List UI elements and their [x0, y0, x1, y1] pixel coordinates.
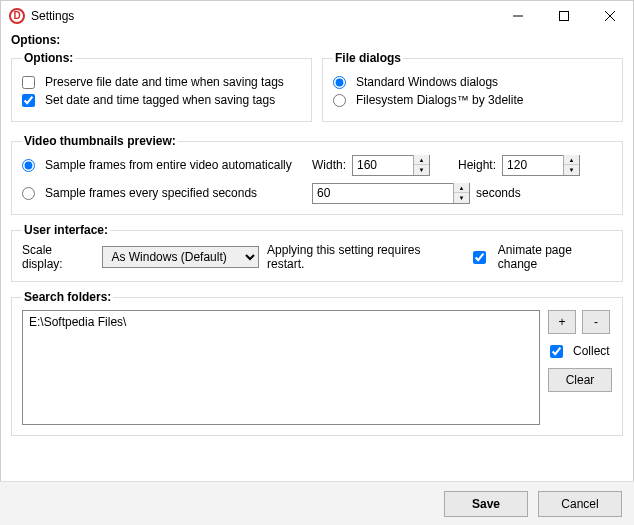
standard-dialogs-label[interactable]: Standard Windows dialogs [356, 75, 498, 89]
user-interface-legend: User interface: [22, 223, 110, 237]
options-group: Options: Preserve file date and time whe… [11, 51, 312, 122]
sample-seconds-label[interactable]: Sample frames every specified seconds [45, 186, 257, 200]
seconds-unit-label: seconds [476, 186, 521, 200]
options-heading: Options: [11, 33, 623, 47]
search-folders-legend: Search folders: [22, 290, 113, 304]
width-spinner[interactable]: ▲▼ [352, 155, 430, 176]
seconds-input[interactable] [313, 184, 453, 203]
user-interface-group: User interface: Scale display: As Window… [11, 223, 623, 282]
remove-folder-button[interactable]: - [582, 310, 610, 334]
seconds-spinner[interactable]: ▲▼ [312, 183, 470, 204]
preserve-date-checkbox[interactable] [22, 76, 35, 89]
animate-checkbox[interactable] [473, 251, 486, 264]
file-dialogs-legend: File dialogs [333, 51, 403, 65]
sample-auto-label[interactable]: Sample frames from entire video automati… [45, 158, 292, 172]
animate-label[interactable]: Animate page change [498, 243, 612, 271]
height-input[interactable] [503, 156, 563, 175]
standard-dialogs-radio[interactable] [333, 76, 346, 89]
height-label: Height: [458, 158, 496, 172]
height-down-icon[interactable]: ▼ [564, 165, 579, 175]
footer: Save Cancel [0, 481, 634, 525]
cancel-button[interactable]: Cancel [538, 491, 622, 517]
restart-note: Applying this setting requires restart. [267, 243, 457, 271]
video-thumbnails-group: Video thumbnails preview: Sample frames … [11, 134, 623, 215]
video-thumbnails-legend: Video thumbnails preview: [22, 134, 178, 148]
set-date-checkbox[interactable] [22, 94, 35, 107]
maximize-button[interactable] [541, 1, 587, 31]
filesystem-dialogs-label[interactable]: Filesystem Dialogs™ by 3delite [356, 93, 523, 107]
width-label: Width: [312, 158, 346, 172]
list-item[interactable]: E:\Softpedia Files\ [29, 315, 533, 329]
add-folder-button[interactable]: + [548, 310, 576, 334]
width-down-icon[interactable]: ▼ [414, 165, 429, 175]
sample-seconds-radio[interactable] [22, 187, 35, 200]
search-folders-group: Search folders: E:\Softpedia Files\ + - … [11, 290, 623, 436]
seconds-down-icon[interactable]: ▼ [454, 193, 469, 203]
scale-display-select[interactable]: As Windows (Default) [102, 246, 259, 268]
close-button[interactable] [587, 1, 633, 31]
collect-checkbox[interactable] [550, 345, 563, 358]
height-spinner[interactable]: ▲▼ [502, 155, 580, 176]
minimize-button[interactable] [495, 1, 541, 31]
width-input[interactable] [353, 156, 413, 175]
save-button[interactable]: Save [444, 491, 528, 517]
collect-label[interactable]: Collect [573, 344, 610, 358]
content-area: Options: Options: Preserve file date and… [1, 31, 633, 454]
svg-rect-1 [560, 12, 569, 21]
clear-button[interactable]: Clear [548, 368, 612, 392]
seconds-up-icon[interactable]: ▲ [454, 183, 469, 193]
width-up-icon[interactable]: ▲ [414, 155, 429, 165]
app-icon [9, 8, 25, 24]
set-date-label[interactable]: Set date and time tagged when saving tag… [45, 93, 275, 107]
file-dialogs-group: File dialogs Standard Windows dialogs Fi… [322, 51, 623, 122]
height-up-icon[interactable]: ▲ [564, 155, 579, 165]
options-legend: Options: [22, 51, 75, 65]
scale-display-label: Scale display: [22, 243, 94, 271]
title-bar: Settings [1, 1, 633, 31]
filesystem-dialogs-radio[interactable] [333, 94, 346, 107]
window-title: Settings [31, 9, 74, 23]
sample-auto-radio[interactable] [22, 159, 35, 172]
search-folders-list[interactable]: E:\Softpedia Files\ [22, 310, 540, 425]
preserve-date-label[interactable]: Preserve file date and time when saving … [45, 75, 284, 89]
